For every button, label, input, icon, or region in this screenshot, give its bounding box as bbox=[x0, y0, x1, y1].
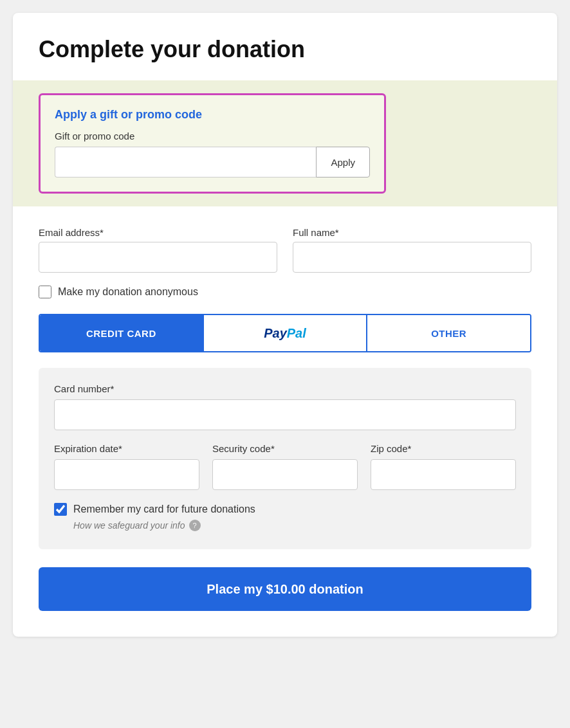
zip-input[interactable] bbox=[371, 459, 516, 490]
promo-section: Apply a gift or promo code Gift or promo… bbox=[39, 93, 386, 194]
promo-field-label: Gift or promo code bbox=[55, 131, 370, 141]
apply-promo-button[interactable]: Apply bbox=[316, 147, 370, 177]
paypal-light-text: Pal bbox=[287, 326, 306, 341]
card-details-row: Expiration date* Security code* Zip code… bbox=[54, 443, 516, 490]
name-group: Full name* bbox=[293, 227, 531, 273]
remember-label: Remember my card for future donations bbox=[73, 504, 255, 515]
email-group: Email address* bbox=[39, 227, 277, 273]
promo-code-input[interactable] bbox=[55, 147, 316, 177]
contact-row: Email address* Full name* bbox=[39, 227, 531, 273]
expiry-input[interactable] bbox=[54, 459, 199, 490]
full-name-input[interactable] bbox=[293, 242, 531, 273]
security-label: Security code* bbox=[212, 443, 358, 454]
other-tab-label: OTHER bbox=[431, 328, 466, 339]
promo-background-strip: Apply a gift or promo code Gift or promo… bbox=[13, 80, 557, 206]
email-input[interactable] bbox=[39, 242, 277, 273]
security-group: Security code* bbox=[212, 443, 358, 490]
credit-card-tab-label: CREDIT CARD bbox=[86, 328, 156, 339]
anonymous-row: Make my donation anonymous bbox=[39, 286, 531, 298]
remember-checkbox[interactable] bbox=[54, 503, 67, 516]
zip-group: Zip code* bbox=[371, 443, 516, 490]
card-number-input[interactable] bbox=[54, 399, 516, 430]
anonymous-label: Make my donation anonymous bbox=[58, 286, 198, 298]
tab-other[interactable]: OTHER bbox=[367, 315, 530, 351]
payment-tabs: CREDIT CARD PayPal OTHER bbox=[39, 314, 531, 352]
page-container: Complete your donation Apply a gift or p… bbox=[13, 13, 557, 637]
donate-button[interactable]: Place my $10.00 donation bbox=[39, 567, 531, 611]
tab-credit-card[interactable]: CREDIT CARD bbox=[40, 315, 204, 351]
card-form: Card number* Expiration date* Security c… bbox=[39, 368, 531, 549]
anonymous-checkbox[interactable] bbox=[39, 286, 51, 298]
paypal-blue-text: Pay bbox=[264, 326, 287, 341]
promo-input-row: Apply bbox=[55, 147, 370, 177]
card-number-label: Card number* bbox=[54, 383, 516, 394]
safeguard-text: How we safeguard your info bbox=[73, 520, 185, 531]
name-label: Full name* bbox=[293, 227, 531, 238]
remember-row: Remember my card for future donations bbox=[54, 503, 516, 516]
safeguard-row: How we safeguard your info ? bbox=[73, 520, 516, 531]
page-title: Complete your donation bbox=[39, 36, 531, 62]
expiry-group: Expiration date* bbox=[54, 443, 199, 490]
expiry-label: Expiration date* bbox=[54, 443, 199, 454]
paypal-tab-label: PayPal bbox=[264, 326, 306, 341]
safeguard-info-icon[interactable]: ? bbox=[189, 520, 201, 531]
security-input[interactable] bbox=[212, 459, 358, 490]
tab-paypal[interactable]: PayPal bbox=[204, 315, 368, 351]
email-label: Email address* bbox=[39, 227, 277, 238]
zip-label: Zip code* bbox=[371, 443, 516, 454]
promo-section-title: Apply a gift or promo code bbox=[55, 108, 370, 122]
